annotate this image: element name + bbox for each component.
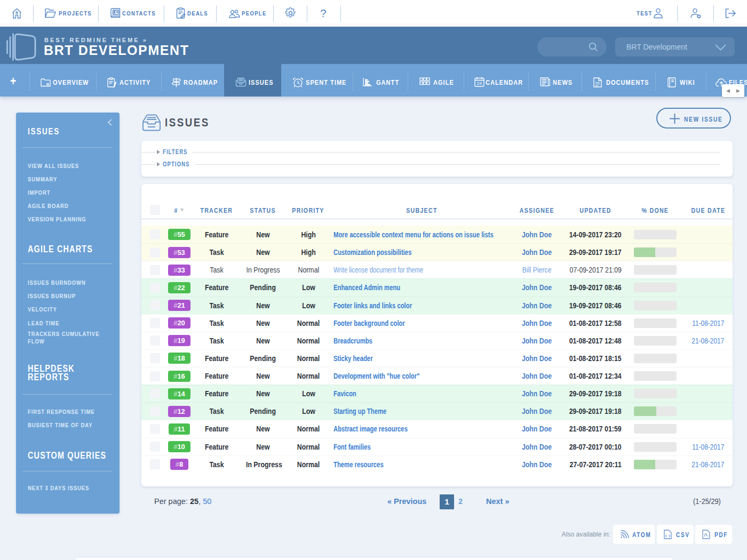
- svg-text:24: 24: [477, 81, 482, 86]
